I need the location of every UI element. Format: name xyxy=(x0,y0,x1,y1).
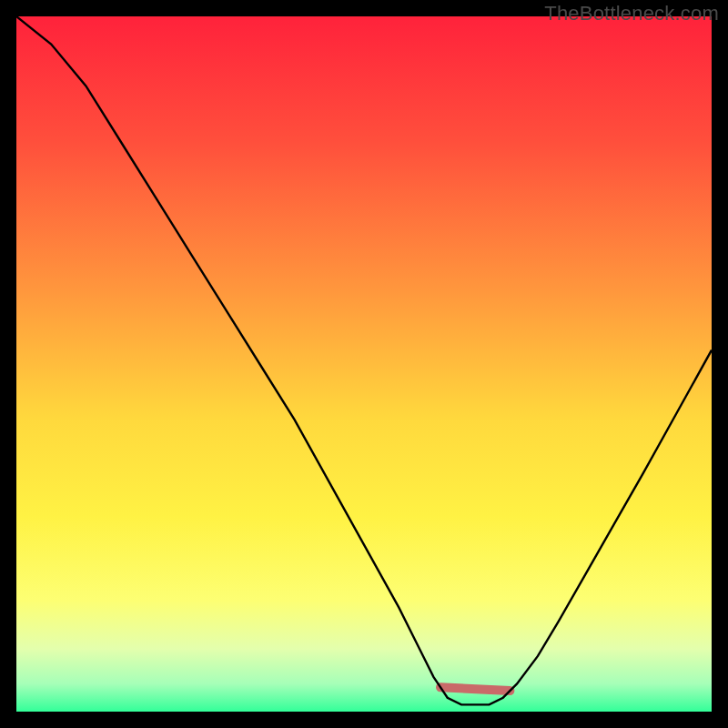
chart-background xyxy=(16,16,712,712)
flat-band-highlight xyxy=(440,687,510,691)
bottleneck-chart xyxy=(16,16,712,712)
watermark-text: TheBottleneck.com xyxy=(544,2,719,25)
